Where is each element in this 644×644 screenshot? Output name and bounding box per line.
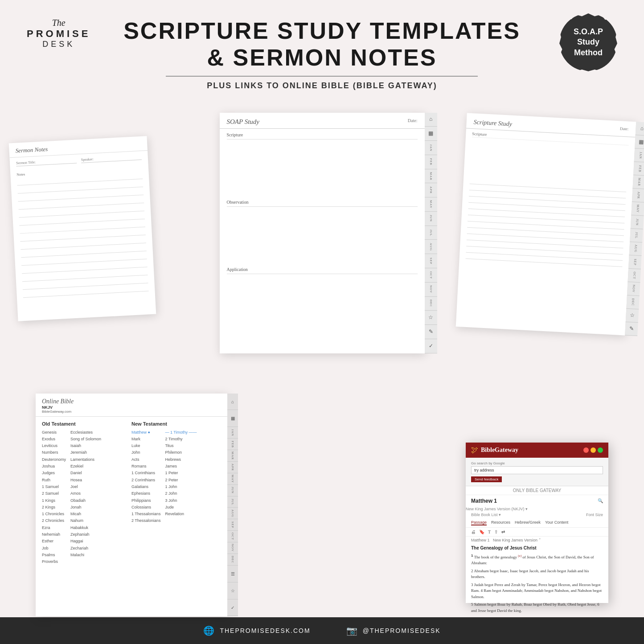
tab-nov[interactable]: NOV xyxy=(425,283,437,297)
scripture-calendar-icon[interactable]: ▦ xyxy=(635,135,644,149)
book-hebrews[interactable]: Hebrews xyxy=(165,456,197,463)
bible-tab-oct[interactable]: OCT xyxy=(227,531,238,542)
book-obadiah[interactable]: Obadiah xyxy=(70,497,101,504)
book-esther[interactable]: Esther xyxy=(42,538,66,545)
share-icon[interactable]: ⇧ xyxy=(494,529,498,534)
scripture-tab-mar[interactable]: MAR xyxy=(632,175,644,189)
book-jude[interactable]: Jude xyxy=(165,504,197,511)
bible-star-icon[interactable]: ☆ xyxy=(227,582,238,599)
scripture-tab-aug[interactable]: AUG xyxy=(629,242,643,255)
bible-cal-icon[interactable]: ▦ xyxy=(227,410,238,427)
bible-tab-dec[interactable]: DEC xyxy=(227,554,238,566)
book-zephaniah[interactable]: Zephaniah xyxy=(70,531,101,538)
bible-tab-jun[interactable]: JUN xyxy=(227,485,238,496)
text-icon[interactable]: T xyxy=(488,529,491,534)
book-galatians[interactable]: Galatians xyxy=(131,484,160,490)
book-ruth[interactable]: Ruth xyxy=(42,477,66,484)
book-philippians[interactable]: Philippians xyxy=(131,497,160,504)
scripture-tab-feb[interactable]: FEB xyxy=(633,162,644,176)
tab-passage[interactable]: Passage xyxy=(471,520,487,525)
book-hosea[interactable]: Hosea xyxy=(70,477,101,484)
search-box[interactable]: try address xyxy=(471,466,603,474)
book-song-of-solomon[interactable]: Song of Solomon xyxy=(70,436,101,443)
tab-resources[interactable]: Resources xyxy=(491,520,510,525)
bible-book-icon[interactable]: ☰ xyxy=(227,566,238,582)
book-malachi[interactable]: Malachi xyxy=(70,552,101,558)
version-dropdown[interactable]: New King James Version (NKJV) xyxy=(466,507,525,511)
scripture-tab-jul[interactable]: JUL xyxy=(630,229,643,242)
book-1john[interactable]: 1 John xyxy=(165,484,197,490)
tab-sep[interactable]: SEP xyxy=(425,254,437,268)
bookmark-icon[interactable]: 🔖 xyxy=(479,529,484,534)
bible-tab-mar[interactable]: MAR xyxy=(227,450,238,462)
book-daniel[interactable]: Daniel xyxy=(70,470,101,476)
book-ecclesiastes[interactable]: Ecclesiastes xyxy=(70,429,101,436)
tab-oct[interactable]: OCT xyxy=(425,268,437,283)
book-genesis[interactable]: Genesis xyxy=(42,429,66,436)
copy-icon[interactable]: ⇄ xyxy=(501,529,505,534)
tab-dec[interactable]: DEC xyxy=(425,297,437,311)
booklist[interactable]: Bible Book List ▾ xyxy=(471,513,501,517)
minimize-btn[interactable] xyxy=(591,447,596,453)
book-nehemiah[interactable]: Nehemiah xyxy=(42,531,66,538)
book-titus[interactable]: Titus xyxy=(165,443,197,449)
passage-name[interactable]: Matthew 1 xyxy=(471,498,497,504)
book-revelation[interactable]: Revelation xyxy=(165,511,197,517)
book-numbers[interactable]: Numbers xyxy=(42,449,66,456)
book-2john[interactable]: 2 John xyxy=(165,490,197,497)
bible-tab-jul[interactable]: JUL xyxy=(227,496,238,508)
book-judges[interactable]: Judges xyxy=(42,470,66,476)
tab-jan[interactable]: JAN xyxy=(425,141,437,155)
scripture-tab-may[interactable]: MAY xyxy=(631,202,644,216)
check-icon[interactable]: ✓ xyxy=(425,339,437,353)
book-zechariah[interactable]: Zechariah xyxy=(70,545,101,552)
note-icon[interactable]: ✎ xyxy=(425,325,437,339)
book-habakkuk[interactable]: Habakkuk xyxy=(70,525,101,531)
bible-home-icon[interactable]: ⌂ xyxy=(227,394,238,410)
book-2timothy[interactable]: 2 Timothy xyxy=(165,436,197,443)
book-ezra[interactable]: Ezra xyxy=(42,525,66,531)
book-romans[interactable]: Romans xyxy=(131,463,160,470)
book-2thessalonians[interactable]: 2 Thessalonians xyxy=(131,517,160,524)
book-matthew[interactable]: Matthew ● xyxy=(131,429,160,436)
bible-tab-nov[interactable]: NOV xyxy=(227,542,238,554)
search-icon[interactable]: 🔍 xyxy=(598,498,603,503)
book-ephesians[interactable]: Ephesians xyxy=(131,490,160,497)
book-mark[interactable]: Mark xyxy=(131,436,160,443)
bible-tab-may[interactable]: MAY xyxy=(227,473,238,485)
book-nahum[interactable]: Nahum xyxy=(70,517,101,524)
close-btn[interactable] xyxy=(583,447,589,453)
book-colossians[interactable]: Colossians xyxy=(131,504,160,511)
book-1chronicles[interactable]: 1 Chronicles xyxy=(42,511,66,517)
scripture-tab-oct[interactable]: OCT xyxy=(628,268,641,282)
book-jeremiah[interactable]: Jeremiah xyxy=(70,449,101,456)
search-button[interactable]: Send feedback xyxy=(471,476,502,482)
book-philemon[interactable]: Philemon xyxy=(165,449,197,456)
book-haggai[interactable]: Haggai xyxy=(70,538,101,545)
book-job[interactable]: Job xyxy=(42,545,66,552)
scripture-tab-dec[interactable]: DEC xyxy=(626,295,640,309)
scripture-home-icon[interactable]: ⌂ xyxy=(636,122,644,135)
scripture-note-icon[interactable]: ✎ xyxy=(625,322,638,336)
tab-hebrew[interactable]: Hebrew/Greek xyxy=(515,520,541,525)
scripture-tab-jun[interactable]: JUN xyxy=(631,215,644,229)
book-2chronicles[interactable]: 2 Chronicles xyxy=(42,517,66,524)
maximize-btn[interactable] xyxy=(598,447,603,453)
tab-jul[interactable]: JUL xyxy=(425,226,437,240)
book-james[interactable]: James xyxy=(165,463,197,470)
book-isaiah[interactable]: Isaiah xyxy=(70,443,101,449)
book-ezekiel[interactable]: Ezekiel xyxy=(70,463,101,470)
book-1timothy[interactable]: — 1 Timothy —— xyxy=(165,429,197,436)
scripture-tab-jan[interactable]: JAN xyxy=(634,148,644,162)
book-joshua[interactable]: Joshua xyxy=(42,463,66,470)
book-psalms[interactable]: Psalms xyxy=(42,552,66,558)
book-acts[interactable]: Acts xyxy=(131,456,160,463)
bible-check2-icon[interactable]: ✓ xyxy=(227,599,238,616)
book-joel[interactable]: Joel xyxy=(70,484,101,490)
book-deuteronomy[interactable]: Deuteronomy xyxy=(42,456,66,463)
book-luke[interactable]: Luke xyxy=(131,443,160,449)
tab-mar[interactable]: MAR xyxy=(425,169,437,184)
print-icon[interactable]: 🖨 xyxy=(471,529,476,534)
book-2samuel[interactable]: 2 Samuel xyxy=(42,490,66,497)
calendar-icon[interactable]: ▦ xyxy=(425,127,437,141)
